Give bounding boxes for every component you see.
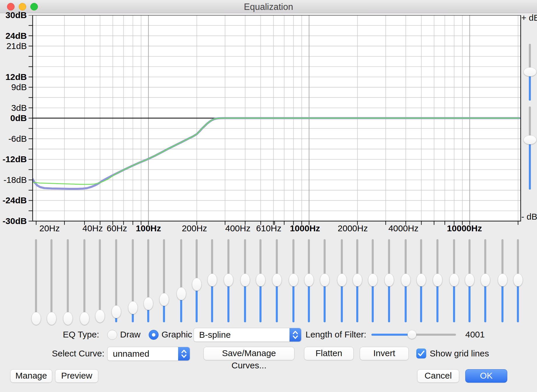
eq-band-slider[interactable] xyxy=(62,239,74,322)
interpolation-value: B-spline xyxy=(199,328,231,342)
db-range-lower-slider[interactable] xyxy=(523,106,537,190)
eq-band-slider[interactable] xyxy=(497,239,508,322)
eq-type-graphic-radio[interactable] xyxy=(149,330,159,340)
slider-thumb[interactable] xyxy=(465,274,474,286)
slider-thumb[interactable] xyxy=(159,293,169,306)
eq-band-slider[interactable] xyxy=(415,239,427,322)
eq-response-graph[interactable] xyxy=(27,15,522,226)
save-manage-curves-button[interactable]: Save/Manage Curves... xyxy=(203,347,294,360)
ok-button[interactable]: OK xyxy=(465,369,507,383)
manage-button[interactable]: Manage xyxy=(10,369,52,383)
x-axis-label: 60Hz xyxy=(107,223,127,233)
interpolation-select[interactable]: B-spline xyxy=(194,328,301,342)
eq-band-slider[interactable] xyxy=(432,239,443,322)
stepper-arrows-icon[interactable] xyxy=(178,347,190,360)
slider-thumb[interactable] xyxy=(385,274,394,286)
eq-band-slider[interactable] xyxy=(448,239,460,322)
slider-thumb[interactable] xyxy=(80,312,89,325)
x-axis-label: 4000Hz xyxy=(388,223,418,233)
slider-thumb[interactable] xyxy=(177,287,186,300)
x-axis-label: 200Hz xyxy=(182,223,207,233)
slider-thumb[interactable] xyxy=(498,274,507,286)
eq-band-slider[interactable] xyxy=(239,239,251,322)
eq-band-slider[interactable] xyxy=(158,239,170,322)
eq-band-slider[interactable] xyxy=(464,239,475,322)
stepper-arrows-icon[interactable] xyxy=(289,328,301,342)
eq-band-slider[interactable] xyxy=(143,239,154,322)
x-axis-label: 20Hz xyxy=(39,223,60,233)
cancel-button[interactable]: Cancel xyxy=(417,369,459,383)
db-range-upper-slider[interactable] xyxy=(523,44,537,101)
eq-band-slider[interactable] xyxy=(303,239,315,322)
slider-thumb[interactable] xyxy=(144,297,153,310)
slider-thumb[interactable] xyxy=(337,274,347,286)
slider-thumb[interactable] xyxy=(524,135,536,144)
slider-thumb[interactable] xyxy=(63,312,73,325)
eq-band-slider[interactable] xyxy=(206,239,218,322)
slider-thumb[interactable] xyxy=(524,67,536,76)
slider-thumb[interactable] xyxy=(320,274,329,286)
eq-type-graphic-label[interactable]: Graphic xyxy=(162,328,192,341)
eq-band-slider[interactable] xyxy=(46,239,57,322)
slider-thumb[interactable] xyxy=(224,274,233,286)
slider-thumb[interactable] xyxy=(256,274,265,286)
slider-thumb[interactable] xyxy=(192,278,201,291)
eq-band-slider[interactable] xyxy=(512,239,524,322)
slider-thumb[interactable] xyxy=(401,274,410,286)
y-axis-label: 12dB xyxy=(0,72,30,82)
eq-band-slider[interactable] xyxy=(30,239,42,322)
eq-band-slider[interactable] xyxy=(271,239,283,322)
eq-band-slider[interactable] xyxy=(191,239,203,322)
slider-thumb[interactable] xyxy=(417,274,426,286)
minus-db-label: - dB xyxy=(521,212,537,222)
slider-thumb[interactable] xyxy=(289,274,298,286)
slider-track[interactable] xyxy=(67,239,69,322)
eq-type-label: EQ Type: xyxy=(52,328,99,341)
eq-band-slider[interactable] xyxy=(336,239,348,322)
slider-track[interactable] xyxy=(35,239,37,322)
eq-type-draw-radio[interactable] xyxy=(107,330,117,340)
eq-type-draw-label[interactable]: Draw xyxy=(120,328,141,341)
slider-track[interactable] xyxy=(83,239,85,322)
slider-thumb[interactable] xyxy=(95,310,105,323)
slider-thumb[interactable] xyxy=(128,301,138,314)
slider-thumb[interactable] xyxy=(433,274,442,286)
select-curve-dropdown[interactable]: unnamed xyxy=(107,347,190,361)
flatten-button[interactable]: Flatten xyxy=(304,347,354,360)
eq-band-slider[interactable] xyxy=(367,239,379,322)
show-grid-lines-checkbox[interactable] xyxy=(416,349,426,358)
eq-band-slider[interactable] xyxy=(255,239,266,322)
slider-thumb[interactable] xyxy=(31,312,41,325)
slider-thumb[interactable] xyxy=(241,274,250,286)
eq-band-slider[interactable] xyxy=(480,239,491,322)
y-axis-label: 3dB xyxy=(0,103,30,113)
eq-band-slider[interactable] xyxy=(352,239,363,322)
eq-band-slider[interactable] xyxy=(319,239,331,322)
slider-thumb[interactable] xyxy=(208,274,217,286)
eq-band-slider[interactable] xyxy=(110,239,122,322)
eq-band-slider[interactable] xyxy=(288,239,299,322)
eq-band-slider[interactable] xyxy=(127,239,139,322)
slider-thumb[interactable] xyxy=(304,274,314,286)
slider-thumb[interactable] xyxy=(112,305,121,318)
preview-button[interactable]: Preview xyxy=(55,369,98,383)
eq-band-slider[interactable] xyxy=(383,239,395,322)
slider-thumb[interactable] xyxy=(47,312,56,325)
slider-thumb[interactable] xyxy=(272,274,282,286)
eq-band-slider[interactable] xyxy=(94,239,106,322)
slider-thumb[interactable] xyxy=(513,274,523,286)
eq-band-slider[interactable] xyxy=(79,239,90,322)
slider-thumb[interactable] xyxy=(450,274,459,286)
eq-band-slider[interactable] xyxy=(400,239,412,322)
eq-band-slider[interactable] xyxy=(176,239,187,322)
slider-thumb[interactable] xyxy=(481,274,490,286)
x-axis-label: 400Hz xyxy=(225,223,251,233)
invert-button[interactable]: Invert xyxy=(360,347,409,360)
slider-track[interactable] xyxy=(50,239,52,322)
show-grid-lines-label[interactable]: Show grid lines xyxy=(430,347,489,360)
slider-thumb[interactable] xyxy=(368,274,378,286)
length-slider-thumb[interactable] xyxy=(408,330,416,339)
slider-thumb[interactable] xyxy=(353,274,362,286)
eq-band-slider[interactable] xyxy=(223,239,234,322)
x-axis-label: 40Hz xyxy=(83,223,103,233)
